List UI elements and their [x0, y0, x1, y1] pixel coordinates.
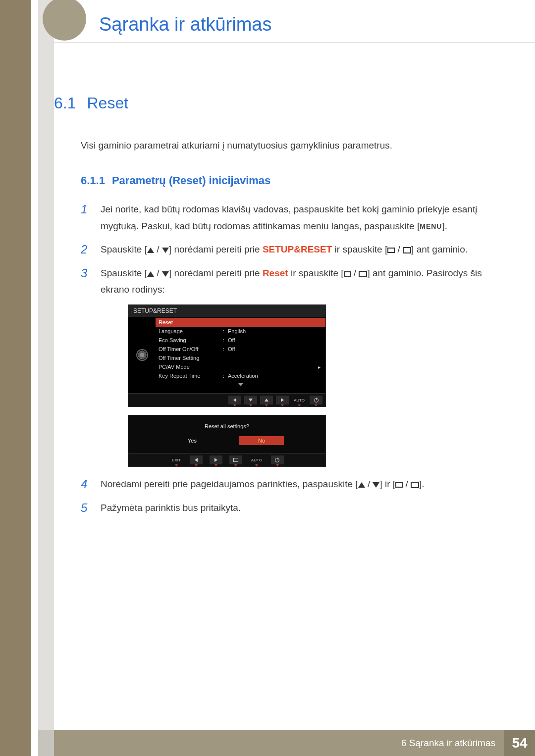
step-4: 4 Norėdami pereiti prie pageidaujamos pa…: [81, 476, 512, 493]
left-arrow-icon: [233, 398, 236, 402]
osd-menu: SETUP&RESET Reset Language:English Eco S…: [128, 304, 326, 407]
osd-row-off-timer-onoff: Off Timer On/Off:Off: [156, 345, 325, 353]
step-3: 3 Spauskite [ / ] norėdami pereiti prie …: [81, 265, 512, 298]
osd-row-language: Language:English: [156, 327, 325, 336]
osd-confirm-dialog: Reset all settings? Yes No EXIT AUTO: [128, 415, 326, 467]
step-text: Pažymėta parinktis bus pritaikyta.: [101, 500, 512, 516]
down-arrow-icon: [249, 399, 253, 402]
enter-icon: [359, 271, 367, 277]
left-sidebar: [38, 0, 54, 756]
footer-page-number: 54: [504, 730, 535, 756]
reset-label: Reset: [263, 268, 288, 278]
dialog-btn-left: [190, 455, 203, 464]
osd-title: SETUP&RESET: [128, 305, 325, 317]
gear-icon: [136, 349, 148, 361]
step-2: 2 Spauskite [ / ] norėdami pereiti prie …: [81, 241, 512, 258]
enter-icon: [403, 247, 411, 253]
dialog-btn-exit: EXIT: [170, 455, 183, 464]
dialog-btn-auto: AUTO: [249, 455, 264, 464]
section-heading: 6.1 Reset: [54, 94, 512, 112]
step-number: 3: [81, 265, 91, 282]
subsection-number: 6.1.1: [81, 174, 105, 187]
footer-chapter-label: 6 Sąranka ir atkūrimas: [401, 738, 495, 749]
down-arrow-icon: [162, 271, 169, 277]
step-1: 1 Jei norite, kad būtų rodomas klavišų v…: [81, 201, 512, 234]
osd-row-off-timer-setting: Off Timer Setting: [156, 353, 325, 362]
osd-row-eco-saving: Eco Saving:Off: [156, 336, 325, 345]
osd-btn-left: [228, 396, 241, 404]
up-arrow-icon: [358, 482, 365, 488]
osd-rows: Reset Language:English Eco Saving:Off Of…: [156, 317, 325, 393]
up-arrow-icon: [147, 271, 154, 277]
step-text: Jei norite, kad būtų rodomas klavišų vad…: [101, 201, 512, 234]
step-number: 4: [81, 476, 91, 493]
dialog-btn-enter: [229, 455, 242, 464]
power-icon: [314, 398, 319, 403]
chapter-title: Sąranka ir atkūrimas: [99, 14, 271, 35]
section-number: 6.1: [54, 94, 76, 112]
source-icon: [387, 248, 395, 253]
source-icon: [344, 271, 351, 277]
chevron-down-icon: [238, 383, 243, 386]
section-title: Reset: [87, 94, 128, 112]
steps-list: 1 Jei norite, kad būtų rodomas klavišų v…: [81, 201, 512, 516]
step-number: 2: [81, 241, 91, 258]
osd-btn-up: [260, 396, 273, 404]
dialog-btn-right: [210, 455, 222, 464]
osd-screenshot: SETUP&RESET Reset Language:English Eco S…: [128, 304, 326, 467]
setup-reset-label: SETUP&RESET: [263, 244, 332, 254]
step-number: 1: [81, 201, 91, 218]
chevron-right-icon: ▸: [318, 364, 321, 370]
osd-btn-right: [276, 396, 289, 404]
osd-row-key-repeat-time: Key Repeat Time:Acceleration: [156, 371, 325, 380]
power-icon: [275, 458, 279, 462]
spine-gap: [31, 0, 38, 756]
osd-more-indicator: [156, 380, 325, 390]
osd-btn-down: [244, 396, 257, 404]
right-arrow-icon: [214, 458, 217, 462]
step-number: 5: [81, 500, 91, 516]
osd-btn-auto: AUTO: [292, 396, 307, 404]
right-arrow-icon: [281, 398, 284, 402]
step-text: Spauskite [ / ] norėdami pereiti prie Re…: [101, 265, 512, 298]
up-arrow-icon: [147, 248, 154, 253]
left-arrow-icon: [195, 458, 198, 462]
osd-row-reset: Reset: [156, 318, 325, 327]
step-text: Norėdami pereiti prie pageidaujamos pari…: [101, 476, 512, 492]
menu-key-label: MENU: [420, 222, 442, 230]
source-icon: [395, 482, 403, 488]
footer-left-cap: [38, 730, 54, 756]
dialog-btn-power: [271, 455, 284, 464]
left-spine: [0, 0, 31, 756]
osd-btn-power: [310, 396, 322, 404]
page-footer: 6 Sąranka ir atkūrimas 54: [54, 730, 535, 756]
enter-icon: [411, 482, 419, 488]
osd-category-icon-column: [128, 317, 156, 393]
subsection-title: Parametrų (Reset) inicijavimas: [112, 174, 270, 187]
dialog-question: Reset all settings?: [128, 423, 325, 429]
step-5: 5 Pažymėta parinktis bus pritaikyta.: [81, 500, 512, 516]
enter-icon: [233, 458, 238, 462]
osd-control-bar: AUTO: [128, 393, 325, 406]
step-text: Spauskite [ / ] norėdami pereiti prie SE…: [101, 241, 512, 257]
dialog-no: No: [239, 436, 284, 445]
subsection-heading: 6.1.1 Parametrų (Reset) inicijavimas: [81, 174, 512, 187]
dialog-yes: Yes: [170, 436, 214, 445]
osd-row-pcav-mode: PC/AV Mode▸: [156, 362, 325, 371]
down-arrow-icon: [373, 482, 379, 488]
section-intro: Visi gaminio parametrai atkuriami į numa…: [81, 138, 512, 152]
dialog-control-bar: EXIT AUTO: [128, 453, 325, 466]
up-arrow-icon: [265, 399, 268, 402]
down-arrow-icon: [162, 248, 169, 253]
